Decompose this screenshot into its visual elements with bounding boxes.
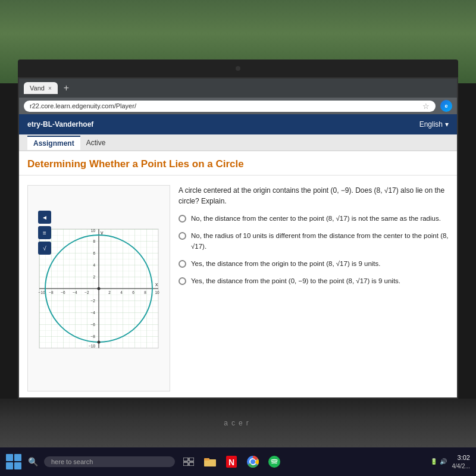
svg-text:2: 2 (93, 275, 95, 279)
laptop-bezel-top (18, 60, 458, 77)
bottom-point (98, 340, 101, 343)
answer-text-c: Yes, the distance from the origin to the… (191, 259, 380, 269)
answer-option-c[interactable]: Yes, the distance from the origin to the… (178, 259, 449, 269)
answer-option-b[interactable]: No, the radius of 10 units is different … (178, 231, 449, 252)
svg-text:−6: −6 (91, 322, 96, 327)
svg-text:−2: −2 (84, 290, 89, 295)
svg-rect-28 (189, 462, 194, 466)
svg-point-36 (268, 456, 280, 468)
svg-text:−4: −4 (91, 311, 96, 315)
app-header: etry-BL-Vanderhoef English ▾ (19, 114, 457, 134)
taskbar-search-box[interactable]: here to search (44, 456, 175, 467)
answer-text-a: No, the distance from the center to the … (191, 214, 441, 224)
language-selector[interactable]: English ▾ (419, 120, 449, 129)
question-title: Determining Whether a Point Lies on a Ci… (19, 151, 457, 176)
taskbar-search-icon[interactable]: 🔍 (25, 454, 40, 469)
bookmark-icon[interactable]: ☆ (422, 102, 430, 111)
svg-text:6: 6 (132, 290, 134, 295)
tab-label: Vand (30, 84, 45, 92)
clock-time: 3:02 (452, 453, 470, 462)
language-label: English (419, 120, 443, 129)
svg-text:4: 4 (93, 263, 95, 267)
svg-text:6: 6 (93, 251, 95, 255)
calculator-button[interactable]: √ (38, 242, 51, 255)
svg-text:−10: −10 (38, 290, 45, 295)
svg-rect-25 (183, 458, 188, 461)
answer-option-a[interactable]: No, the distance from the center to the … (178, 214, 449, 224)
app-title: etry-BL-Vanderhoef (27, 120, 93, 129)
new-tab-button[interactable]: + (61, 83, 71, 93)
svg-text:8: 8 (93, 239, 95, 243)
address-bar: r22.core.learn.edgenuity.com/Player/ ☆ e (19, 98, 457, 114)
question-prompt: A circle centered at the origin contains… (178, 185, 449, 206)
wifi-icon: 🔋 (430, 458, 437, 465)
question-side: A circle centered at the origin contains… (178, 185, 449, 392)
svg-text:N: N (228, 458, 234, 467)
search-placeholder: here to search (51, 458, 93, 465)
file-explorer-icon[interactable] (202, 454, 218, 469)
answer-text-d: Yes, the distance from the point (0, −9)… (191, 276, 400, 286)
svg-point-35 (250, 459, 255, 464)
radio-a[interactable] (178, 215, 186, 223)
content-area: Determining Whether a Point Lies on a Ci… (19, 151, 457, 397)
system-icons: 🔋 🔊 (430, 458, 447, 465)
browser-tab-bar: Vand × + (19, 79, 457, 98)
tab-assignment[interactable]: Assignment (27, 136, 80, 150)
browser-tab[interactable]: Vand × (24, 82, 58, 94)
svg-text:10: 10 (155, 290, 159, 295)
taskbar: 🔍 here to search N (0, 447, 476, 476)
x-axis-label: x (155, 281, 158, 287)
answer-option-d[interactable]: Yes, the distance from the point (0, −9)… (178, 276, 449, 286)
spotify-icon[interactable] (267, 454, 282, 469)
language-arrow-icon: ▾ (445, 120, 449, 129)
url-input[interactable]: r22.core.learn.edgenuity.com/Player/ ☆ (24, 101, 436, 112)
radio-d[interactable] (178, 277, 186, 285)
svg-text:−2: −2 (91, 299, 96, 303)
windows-start-button[interactable] (6, 454, 21, 469)
nav-tabs: Assignment Active (19, 134, 457, 151)
svg-text:4: 4 (120, 290, 123, 295)
svg-text:10: 10 (91, 228, 96, 233)
netflix-icon[interactable]: N (224, 454, 239, 469)
clock-date: 4/4/2... (452, 462, 470, 470)
taskbar-system-tray: 🔋 🔊 3:02 4/4/2... (430, 453, 470, 469)
answer-text-b: No, the radius of 10 units is different … (191, 231, 449, 252)
browser-edge-icon: e (440, 100, 452, 112)
center-point (98, 287, 101, 290)
tab-active[interactable]: Active (80, 136, 112, 149)
svg-rect-27 (183, 462, 188, 466)
nav-back-button[interactable]: ◄ (38, 211, 51, 224)
laptop-bezel-bottom: acer (0, 399, 476, 447)
volume-icon: 🔊 (440, 458, 447, 465)
coordinate-graph: x y 2 4 6 8 10 −2 −4 −6 −8 −10 2 4 6 (33, 223, 164, 354)
svg-text:−10: −10 (89, 344, 95, 348)
svg-rect-26 (189, 458, 194, 461)
svg-text:2: 2 (108, 290, 111, 295)
taskbar-clock: 3:02 4/4/2... (452, 453, 470, 469)
svg-text:−6: −6 (61, 290, 65, 295)
browser-window: Vand × + r22.core.learn.edgenuity.com/Pl… (18, 77, 458, 399)
svg-text:8: 8 (144, 290, 146, 295)
laptop-brand-label: acer (224, 419, 252, 427)
radio-b[interactable] (178, 232, 186, 240)
svg-text:−4: −4 (73, 290, 77, 295)
tab-close-button[interactable]: × (48, 85, 52, 92)
left-sidebar: ◄ ≡ √ (38, 211, 51, 255)
svg-text:−8: −8 (49, 290, 54, 295)
webcam-dot (236, 66, 240, 71)
svg-text:−8: −8 (91, 334, 96, 339)
task-view-button[interactable] (181, 454, 196, 469)
chrome-icon[interactable] (245, 454, 261, 469)
taskbar-app-icons: N (181, 454, 282, 469)
radio-c[interactable] (178, 260, 186, 268)
svg-rect-30 (204, 458, 209, 461)
question-panel: x y 2 4 6 8 10 −2 −4 −6 −8 −10 2 4 6 (19, 176, 457, 397)
url-text: r22.core.learn.edgenuity.com/Player/ (30, 102, 136, 109)
menu-button[interactable]: ≡ (38, 226, 51, 239)
